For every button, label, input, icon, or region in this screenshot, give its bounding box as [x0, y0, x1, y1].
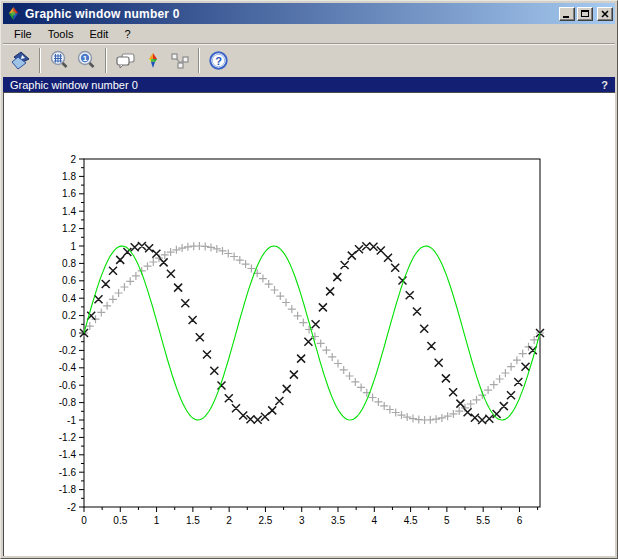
help-icon: ? [208, 50, 229, 71]
dialogs-button[interactable] [112, 47, 139, 74]
plot-svg[interactable]: 00.511.522.533.544.555.5621.81.61.41.210… [4, 93, 615, 555]
svg-text:0.8: 0.8 [62, 258, 76, 269]
svg-text:1.6: 1.6 [62, 188, 76, 199]
svg-text:5.5: 5.5 [476, 515, 490, 526]
svg-text:1: 1 [154, 515, 160, 526]
dialogs-icon [115, 51, 137, 71]
svg-text:-1.6: -1.6 [59, 467, 77, 478]
menu-item-file[interactable]: File [8, 26, 38, 42]
rotate-icon [10, 50, 31, 71]
svg-text:5: 5 [444, 515, 450, 526]
plot-area: 00.511.522.533.544.555.5621.81.61.41.210… [3, 92, 615, 556]
svg-text:-1.8: -1.8 [59, 484, 77, 495]
svg-text:6: 6 [517, 515, 523, 526]
svg-text:0.6: 0.6 [62, 275, 76, 286]
svg-text:3: 3 [299, 515, 305, 526]
minimize-button[interactable] [559, 7, 575, 21]
info-bar-help[interactable]: ? [601, 79, 608, 91]
svg-text:1.5: 1.5 [186, 515, 200, 526]
svg-text:-0.8: -0.8 [59, 397, 77, 408]
svg-text:?: ? [215, 55, 222, 67]
svg-text:-1.4: -1.4 [59, 449, 77, 460]
close-icon [601, 10, 609, 18]
svg-text:4: 4 [372, 515, 378, 526]
graphic-window: Graphic window number 0 File Tools Edit … [0, 0, 618, 559]
series-sin(3x) [84, 246, 540, 420]
svg-text:-0.2: -0.2 [59, 345, 77, 356]
svg-text:4.5: 4.5 [404, 515, 418, 526]
info-bar: Graphic window number 0 ? [3, 77, 615, 92]
edit-figure-icon [143, 51, 163, 71]
reset-zoom-button[interactable]: 1 [73, 47, 100, 74]
svg-text:1: 1 [70, 241, 76, 252]
svg-text:-0.4: -0.4 [59, 362, 77, 373]
menu-item-edit[interactable]: Edit [83, 26, 114, 42]
window-controls [559, 7, 613, 21]
svg-text:0.5: 0.5 [113, 515, 127, 526]
maximize-icon [581, 10, 589, 17]
toolbar-separator [105, 48, 107, 73]
svg-text:0: 0 [70, 328, 76, 339]
maximize-button[interactable] [577, 7, 593, 21]
svg-text:3.5: 3.5 [331, 515, 345, 526]
info-bar-text: Graphic window number 0 [10, 79, 601, 91]
svg-text:2.5: 2.5 [258, 515, 272, 526]
toolbar: 1 [3, 43, 615, 77]
svg-text:2: 2 [70, 154, 76, 165]
menu-item-help[interactable]: ? [118, 26, 136, 42]
help-button[interactable]: ? [205, 47, 232, 74]
window-title: Graphic window number 0 [25, 7, 559, 21]
svg-text:-0.6: -0.6 [59, 380, 77, 391]
datatips-icon [169, 51, 191, 71]
svg-text:1: 1 [83, 54, 88, 63]
svg-text:-1.2: -1.2 [59, 432, 77, 443]
reset-zoom-icon: 1 [76, 50, 97, 71]
svg-text:1.2: 1.2 [62, 223, 76, 234]
svg-text:0: 0 [81, 515, 87, 526]
menu-item-tools[interactable]: Tools [42, 26, 80, 42]
datatips-button[interactable] [166, 47, 193, 74]
toolbar-separator [198, 48, 200, 73]
close-button[interactable] [597, 7, 613, 21]
title-bar[interactable]: Graphic window number 0 [3, 3, 615, 24]
edit-figure-button[interactable] [139, 47, 166, 74]
zoom-area-button[interactable] [46, 47, 73, 74]
svg-text:0.4: 0.4 [62, 293, 76, 304]
zoom-area-icon [49, 50, 70, 71]
toolbar-separator [39, 48, 41, 73]
svg-text:1.8: 1.8 [62, 171, 76, 182]
svg-text:-1: -1 [67, 415, 76, 426]
menu-bar: File Tools Edit ? [3, 24, 615, 43]
rotate-button[interactable] [7, 47, 34, 74]
x-axis-ticks: 00.511.522.533.544.555.56 [81, 507, 537, 526]
svg-text:1.4: 1.4 [62, 206, 76, 217]
svg-text:0.2: 0.2 [62, 310, 76, 321]
svg-text:2: 2 [226, 515, 232, 526]
svg-text:-2: -2 [67, 502, 76, 513]
minimize-icon [563, 16, 569, 18]
scilab-app-icon [6, 6, 21, 21]
